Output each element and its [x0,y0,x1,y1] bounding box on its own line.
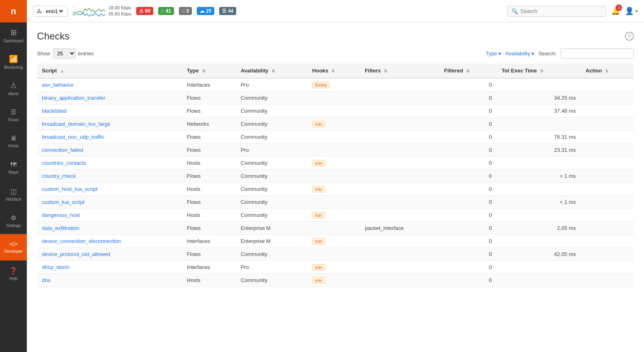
cell-filtered: 0 [439,235,496,248]
cell-availability: Community [236,248,307,261]
script-link[interactable]: custom_lua_script [42,199,85,205]
col-filtered[interactable]: Filtered ⇅ [439,63,496,78]
script-link[interactable]: dhcp_storm [42,264,70,270]
sort-icon-action: ⇅ [605,69,608,73]
cell-tot-exec-time [497,274,581,287]
sidebar-item-developer[interactable]: </> Developer [0,234,27,260]
app-logo[interactable]: n [0,0,27,22]
sidebar-item-maps[interactable]: 🗺 Maps [0,155,27,181]
sidebar-item-hosts[interactable]: 🖥 Hosts [0,128,27,155]
cell-script[interactable]: broadcast_domain_too_large [37,118,182,131]
interface-dropdown[interactable]: eno1 [44,8,64,15]
cell-script[interactable]: dhcp_storm [37,261,182,274]
cell-script[interactable]: country_check [37,170,182,183]
flows-badge[interactable]: □ 41 [158,7,174,15]
sidebar-item-help[interactable]: ❓ Help [0,260,27,287]
help-button[interactable]: ? [625,32,634,41]
cell-script[interactable]: dangerous_host [37,209,182,222]
cell-script[interactable]: device_protocol_not_allowed [37,248,182,261]
script-link[interactable]: broadcast_non_udp_traffic [42,134,104,140]
script-link[interactable]: broadcast_domain_too_large [42,121,110,127]
cell-action [581,78,634,92]
alerts-badge[interactable]: ⚠ 60 [136,7,153,15]
sidebar-item-label: Maps [9,170,18,175]
type-filter-button[interactable]: Type ▾ [486,50,501,57]
cell-tot-exec-time: 42.05 ms [497,248,581,261]
traffic-values: 18.00 Kbps 65.60 Kbps [109,5,131,17]
col-action[interactable]: Action ⇅ [581,63,634,78]
interfaces-badge[interactable]: ☰ 44 [219,7,236,15]
cell-script[interactable]: data_exfiltration [37,222,182,235]
cell-script[interactable]: custom_lua_script [37,196,182,209]
cell-availability: Pro [236,144,307,157]
col-type[interactable]: Type ⇅ [182,63,236,78]
user-menu[interactable]: 👤 ▾ [625,7,638,15]
cell-script[interactable]: binary_application_transfer [37,92,182,105]
cell-script[interactable]: device_connection_disconnection [37,235,182,248]
availability-filter-button[interactable]: Availability ▾ [505,50,534,57]
cell-script[interactable]: custom_host_lua_script [37,183,182,196]
cell-availability: Community [236,131,307,144]
script-link[interactable]: device_protocol_not_allowed [42,251,110,257]
cell-type: Interfaces [182,78,236,92]
flows-count: 41 [165,8,171,14]
script-link[interactable]: custom_host_lua_script [42,186,98,192]
notifications-button[interactable]: 🔔 3 [611,7,620,15]
entries-select[interactable]: 10 25 50 100 [53,48,76,59]
cell-script[interactable]: connection_failed [37,144,182,157]
col-availability[interactable]: Availability ⇅ [236,63,307,78]
script-link[interactable]: binary_application_transfer [42,95,105,101]
cell-type: Flows [182,196,236,209]
table-row: custom_host_lua_script Hosts Community m… [37,183,634,196]
hosts-badge-icon: □ [182,8,185,14]
cell-script[interactable]: blacklisted [37,105,182,118]
cell-availability: Community [236,196,307,209]
script-link[interactable]: dangerous_host [42,212,80,218]
col-script[interactable]: Script ▲ [37,63,182,78]
cell-script[interactable]: broadcast_non_udp_traffic [37,131,182,144]
sort-icon-filters: ⇅ [384,69,387,73]
cell-filters [360,78,439,92]
cell-hooks: min [307,118,360,131]
search-input[interactable] [520,8,602,14]
sidebar-item-interface[interactable]: ◫ Interface [0,181,27,208]
table-search-input[interactable] [561,48,634,59]
cell-hooks [307,196,360,209]
script-link[interactable]: country_check [42,173,76,179]
cell-script[interactable]: asn_behavior [37,78,182,92]
networks-badge[interactable]: ☁ 25 [197,7,214,15]
script-link[interactable]: blacklisted [42,108,67,114]
cell-hooks [307,222,360,235]
script-link[interactable]: data_exfiltration [42,225,79,231]
table-row: countries_contacts Hosts Community min 0 [37,157,634,170]
script-link[interactable]: dns [42,277,50,283]
interface-selector[interactable]: 🖧 eno1 [33,6,68,17]
sidebar-item-label: Help [9,276,18,281]
script-link[interactable]: device_connection_disconnection [42,238,121,244]
script-link[interactable]: asn_behavior [42,82,74,88]
table-row: dhcp_storm Interfaces Pro min 0 [37,261,634,274]
col-filters[interactable]: Filters ⇅ [360,63,439,78]
cell-script[interactable]: dns [37,274,182,287]
table-row: custom_lua_script Flows Community 0 < 1 … [37,196,634,209]
cell-filtered: 0 [439,196,496,209]
svg-text:↓: ↓ [73,11,74,13]
hosts-badge[interactable]: □ 3 [179,7,192,15]
sidebar-item-settings[interactable]: ⚙ Settings [0,208,27,234]
sort-icon-exec-time: ⇅ [540,69,543,73]
script-link[interactable]: connection_failed [42,147,83,153]
search-icon: 🔍 [511,8,518,14]
sidebar-item-monitoring[interactable]: 📶 Monitoring [0,49,27,75]
sidebar-item-alerts[interactable]: ⚠ Alerts [0,75,27,102]
cell-action [581,248,634,261]
sidebar-item-flows[interactable]: ☰ Flows [0,102,27,128]
cell-filters [360,196,439,209]
script-link[interactable]: countries_contacts [42,160,86,166]
col-hooks[interactable]: Hooks ⇅ [307,63,360,78]
search-box[interactable]: 🔍 [507,6,606,17]
sidebar-item-dashboard[interactable]: ⊞ Dashboard [0,22,27,49]
topbar-right: 🔍 🔔 3 👤 ▾ [507,6,638,17]
cell-tot-exec-time: 2.05 ms [497,222,581,235]
cell-script[interactable]: countries_contacts [37,157,182,170]
col-tot-exec-time[interactable]: Tot Exec Time ⇅ [497,63,581,78]
